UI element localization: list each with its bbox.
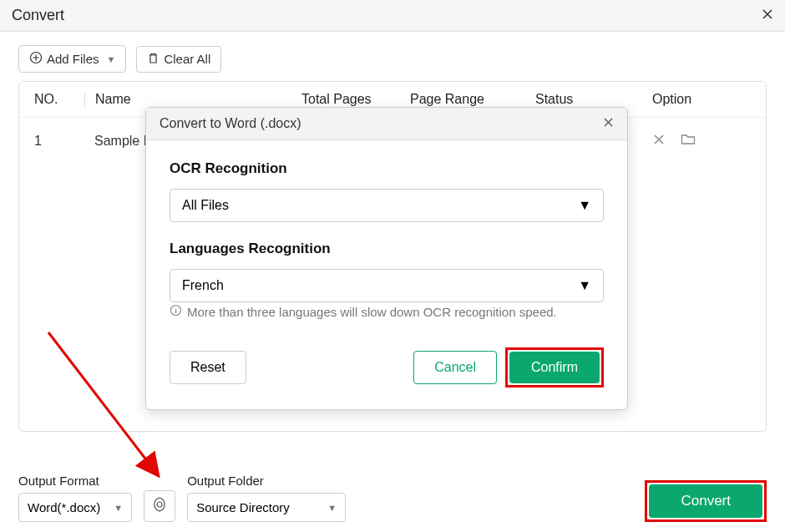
language-select[interactable]: French ▼	[170, 269, 604, 302]
svg-point-3	[157, 502, 162, 507]
clear-all-label: Clear All	[164, 52, 210, 66]
col-no: NO.	[34, 92, 84, 107]
chevron-down-icon: ▼	[578, 278, 591, 293]
output-folder-select[interactable]: Source Directory ▼	[187, 493, 346, 522]
svg-marker-2	[154, 498, 165, 511]
info-icon	[170, 304, 182, 319]
col-name: Name	[84, 92, 301, 107]
bottom-bar: Output Format Word(*.docx) ▼ Output Fold…	[18, 474, 767, 522]
chevron-down-icon: ▼	[107, 54, 116, 64]
reset-button[interactable]: Reset	[170, 351, 246, 384]
col-status: Status	[535, 92, 652, 107]
toolbar: Add Files ▼ Clear All	[0, 32, 785, 81]
col-option: Option	[652, 92, 751, 107]
plus-icon	[29, 51, 43, 67]
hint-label: More than three languages will slow down…	[187, 305, 557, 319]
row-options	[652, 133, 751, 149]
trash-icon	[147, 52, 160, 67]
language-value: French	[182, 278, 224, 293]
output-folder-value: Source Directory	[196, 500, 290, 514]
output-format-label: Output Format	[18, 474, 132, 488]
confirm-button[interactable]: Confirm	[509, 352, 600, 383]
add-files-label: Add Files	[47, 52, 99, 66]
window-header: Convert	[0, 0, 785, 32]
lang-section-title: Languages Recognition	[170, 241, 604, 257]
chevron-down-icon: ▼	[578, 198, 591, 213]
hint-text: More than three languages will slow down…	[170, 304, 604, 319]
folder-icon[interactable]	[681, 133, 696, 149]
cancel-button[interactable]: Cancel	[413, 351, 497, 384]
output-format-value: Word(*.docx)	[28, 500, 100, 514]
annotation-highlight: Convert	[645, 480, 767, 522]
window-title: Convert	[12, 7, 64, 24]
convert-settings-modal: Convert to Word (.docx) OCR Recognition …	[145, 107, 628, 410]
output-format-group: Output Format Word(*.docx) ▼	[18, 474, 132, 522]
settings-button[interactable]	[144, 490, 175, 522]
output-folder-group: Output Folder Source Directory ▼	[187, 474, 346, 522]
remove-row-icon[interactable]	[652, 133, 666, 149]
modal-close-icon[interactable]	[603, 116, 614, 131]
modal-body: OCR Recognition All Files ▼ Languages Re…	[146, 140, 627, 329]
output-format-select[interactable]: Word(*.docx) ▼	[18, 493, 132, 522]
clear-all-button[interactable]: Clear All	[136, 46, 221, 73]
add-files-button[interactable]: Add Files ▼	[18, 45, 126, 73]
output-folder-label: Output Folder	[187, 474, 346, 488]
modal-footer: Reset Cancel Confirm	[146, 329, 627, 409]
convert-button[interactable]: Convert	[649, 484, 762, 518]
ocr-files-select[interactable]: All Files ▼	[170, 189, 604, 222]
modal-header: Convert to Word (.docx)	[146, 108, 627, 140]
annotation-highlight: Confirm	[505, 347, 604, 388]
ocr-files-value: All Files	[182, 198, 229, 213]
chevron-down-icon: ▼	[327, 503, 337, 513]
col-total-pages: Total Pages	[301, 92, 410, 107]
col-page-range: Page Range	[410, 92, 535, 107]
ocr-section-title: OCR Recognition	[170, 160, 604, 177]
chevron-down-icon: ▼	[114, 503, 123, 513]
gear-icon	[151, 496, 168, 516]
row-no: 1	[34, 134, 84, 149]
modal-title: Convert to Word (.docx)	[160, 116, 301, 131]
close-icon[interactable]	[762, 7, 773, 24]
